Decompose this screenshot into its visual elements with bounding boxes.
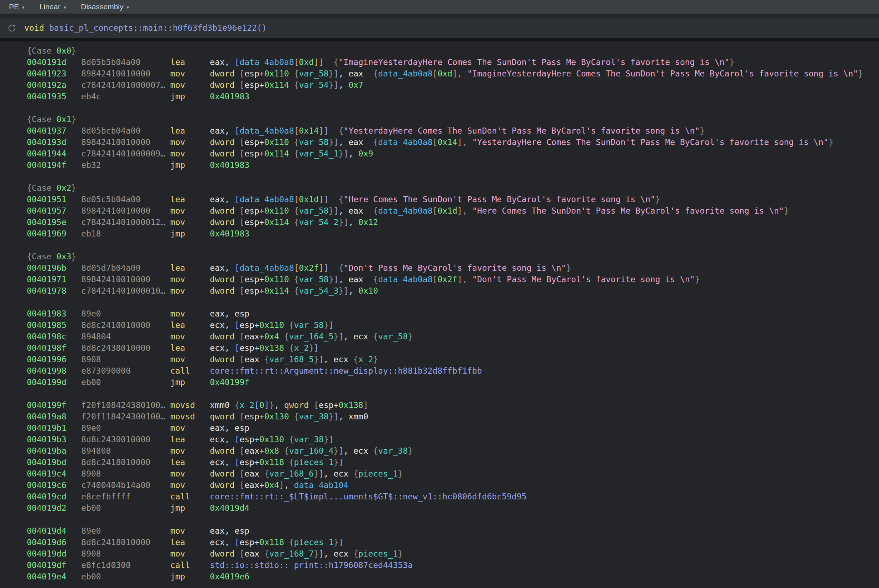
instruction-address[interactable]: 00401957	[27, 205, 81, 216]
number-literal[interactable]: 0x9	[358, 149, 374, 158]
number-literal[interactable]: 0x40199f	[210, 378, 249, 387]
number-literal[interactable]: 0x130	[260, 435, 284, 444]
instruction-address[interactable]: 0040193d	[27, 136, 81, 148]
disasm-line[interactable]: 0040192ac784241401000007…movdword [esp+0…	[27, 79, 879, 91]
number-literal[interactable]: 0x110	[264, 69, 289, 78]
local-variable[interactable]: var_38	[299, 412, 329, 421]
disasm-line[interactable]: 00401998e873090000callcore::fmt::rt::Arg…	[27, 365, 879, 376]
disasm-line[interactable]: 0040199deb00jmp0x40199f	[27, 376, 879, 388]
local-variable[interactable]: var_58	[299, 138, 329, 147]
instruction-address[interactable]: 004019b1	[27, 422, 81, 434]
disasm-line[interactable]: 0040196b8d05d7b04a00leaeax, [data_4ab0a8…	[27, 262, 879, 274]
number-literal[interactable]: 0x110	[264, 275, 289, 284]
disasm-line[interactable]: 00401944c784241401000009…movdword [esp+0…	[27, 148, 879, 159]
number-literal[interactable]: 0x2	[57, 183, 72, 192]
number-literal[interactable]: 0x4019d4	[210, 503, 249, 513]
instruction-address[interactable]: 00401983	[27, 308, 81, 320]
number-literal[interactable]: 0x114	[264, 149, 289, 158]
number-literal[interactable]: 0x118	[260, 458, 284, 467]
local-variable[interactable]: var_58	[299, 206, 329, 215]
instruction-address[interactable]: 004019ba	[27, 445, 81, 456]
function-symbol[interactable]: core::fmt::rt::Argument::new_display::h8…	[210, 366, 482, 375]
number-literal[interactable]: 0x110	[260, 320, 284, 330]
number-literal[interactable]: 0x110	[264, 138, 289, 147]
function-symbol[interactable]: std::io::stdio::_print::h1796087ced44353…	[210, 561, 413, 570]
instruction-address[interactable]: 0040199d	[27, 376, 81, 388]
local-variable[interactable]: var_58	[299, 275, 329, 284]
function-signature[interactable]: void basic_pl_concepts::main::h0f63fd3b1…	[24, 23, 267, 33]
data-symbol[interactable]: data_4ab104	[294, 480, 348, 490]
local-variable[interactable]: pieces_1	[294, 458, 334, 467]
local-variable[interactable]: pieces_1	[358, 549, 398, 558]
disasm-line[interactable]: 004019dd8908movdword [eax {var_168_7}], …	[27, 548, 879, 560]
number-literal[interactable]: 0x14	[437, 138, 457, 147]
local-variable[interactable]: var_38	[378, 446, 408, 456]
disasm-line[interactable]: 00401978c784241401000010…movdword [esp+0…	[27, 285, 879, 297]
disassembly-listing[interactable]: {Case 0x0}0040191d8d05b5b04a00leaeax, [d…	[0, 42, 879, 582]
instruction-address[interactable]: 004019a8	[27, 411, 81, 422]
number-literal[interactable]: 0x10	[358, 286, 378, 296]
number-literal[interactable]: 0x1	[57, 115, 72, 124]
instruction-address[interactable]: 0040191d	[27, 57, 81, 68]
number-literal[interactable]: 0x118	[260, 538, 284, 547]
local-variable[interactable]: var_58	[299, 69, 329, 78]
disasm-line[interactable]: 0040191d8d05b5b04a00leaeax, [data_4ab0a8…	[27, 57, 879, 68]
data-symbol[interactable]: data_4ab0a8	[239, 195, 294, 204]
disasm-line[interactable]: 004019d68d8c2418010000leaecx, [esp+0x118…	[27, 537, 879, 548]
local-variable[interactable]: var_54_3	[299, 286, 339, 296]
number-literal[interactable]: 0x2f	[437, 275, 457, 284]
number-literal[interactable]: 0x114	[264, 80, 289, 90]
number-literal[interactable]: 0x8	[264, 446, 279, 456]
instruction-address[interactable]: 004019cd	[27, 491, 81, 502]
number-literal[interactable]: 0xd	[437, 69, 452, 78]
data-symbol[interactable]: data_4ab0a8	[378, 69, 432, 78]
local-variable[interactable]: var_54_2	[299, 218, 339, 227]
local-variable[interactable]: var_160_4	[289, 446, 334, 456]
number-literal[interactable]: 0x401983	[210, 229, 249, 238]
number-literal[interactable]: 0x138	[338, 400, 363, 410]
instruction-address[interactable]: 00401996	[27, 354, 81, 365]
disasm-line[interactable]: 00401969eb18jmp0x401983	[27, 228, 879, 239]
local-variable[interactable]: var_164_5	[289, 332, 334, 341]
disasm-line[interactable]: 004019c48908movdword [eax {var_168_6}], …	[27, 468, 879, 479]
instruction-address[interactable]: 0040199f	[27, 399, 81, 411]
number-literal[interactable]: 0x114	[264, 286, 289, 296]
number-literal[interactable]: 0x401983	[210, 92, 249, 101]
instruction-address[interactable]: 004019dd	[27, 548, 81, 560]
number-literal[interactable]: 0x4019e6	[210, 572, 249, 581]
instruction-address[interactable]: 0040196b	[27, 262, 81, 274]
disasm-line[interactable]: 004019a8f20f118424300100…movsdqword [esp…	[27, 411, 879, 422]
disasm-line[interactable]: 0040193d89842410010000movdword [esp+0x11…	[27, 136, 879, 148]
instruction-address[interactable]: 00401923	[27, 68, 81, 79]
local-variable[interactable]: var_54_1	[299, 149, 339, 158]
instruction-address[interactable]: 004019d2	[27, 502, 81, 514]
local-variable[interactable]: pieces_1	[358, 469, 398, 478]
instruction-address[interactable]: 004019d4	[27, 525, 81, 537]
instruction-address[interactable]: 00401971	[27, 274, 81, 285]
instruction-address[interactable]: 0040198f	[27, 342, 81, 354]
disasm-line[interactable]: 004019378d05bcb04a00leaeax, [data_4ab0a8…	[27, 125, 879, 136]
menu-representation[interactable]: Disassembly ▾	[81, 3, 129, 11]
disasm-line[interactable]: 00401935eb4cjmp0x401983	[27, 91, 879, 102]
instruction-address[interactable]: 0040194f	[27, 159, 81, 171]
number-literal[interactable]: 0x4	[264, 332, 279, 341]
number-literal[interactable]: 0x130	[264, 412, 289, 421]
instruction-address[interactable]: 00401935	[27, 91, 81, 102]
local-variable[interactable]: var_168_5	[269, 355, 314, 364]
disasm-line[interactable]: 004019c6c7400404b14a00movdword [eax+0x4]…	[27, 479, 879, 491]
instruction-address[interactable]: 00401937	[27, 125, 81, 136]
number-literal[interactable]: 0x110	[264, 206, 289, 215]
disasm-line[interactable]: 0040194feb32jmp0x401983	[27, 159, 879, 171]
number-literal[interactable]: 0x1d	[437, 206, 457, 215]
instruction-address[interactable]: 00401998	[27, 365, 81, 376]
number-literal[interactable]: 0xd	[299, 57, 314, 67]
disasm-line[interactable]: 0040198389e0moveax, esp	[27, 308, 879, 320]
disasm-line[interactable]: 004019d489e0moveax, esp	[27, 525, 879, 537]
number-literal[interactable]: 0	[260, 400, 264, 410]
disasm-line[interactable]: 004019cde8cefbffffcallcore::fmt::rt::_$L…	[27, 491, 879, 502]
instruction-address[interactable]: 004019b3	[27, 434, 81, 445]
instruction-address[interactable]: 004019c4	[27, 468, 81, 479]
instruction-address[interactable]: 00401951	[27, 194, 81, 205]
number-literal[interactable]: 0x1d	[299, 195, 319, 204]
local-variable[interactable]: var_54	[299, 80, 329, 90]
